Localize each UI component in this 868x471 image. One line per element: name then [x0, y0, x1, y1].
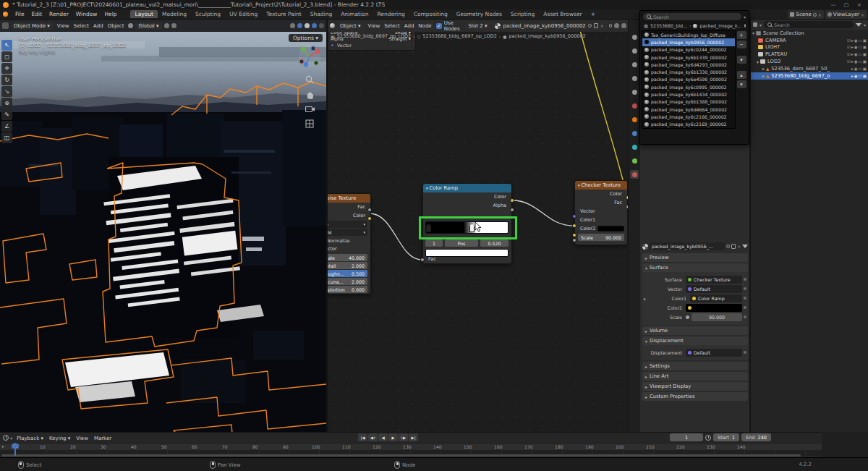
- hide-icon[interactable]: ◉: [854, 74, 858, 78]
- menu-file[interactable]: File: [12, 11, 28, 17]
- animate-dot-icon[interactable]: [744, 278, 746, 281]
- section-header-settings[interactable]: ▸Settings: [642, 362, 748, 370]
- material-list-item[interactable]: packed_image_ky6b1434_000002: [642, 90, 735, 98]
- checker-color2-swatch[interactable]: [597, 226, 624, 232]
- options-button[interactable]: Options ▾: [289, 34, 323, 42]
- ramp-alpha-socket[interactable]: [510, 208, 514, 212]
- material-list-item[interactable]: packed_image_ky6c0244_000002: [642, 46, 735, 54]
- selectable-icon[interactable]: ▸: [851, 59, 854, 64]
- section-header-volume[interactable]: ▸Volume: [642, 326, 748, 335]
- workspace-tab-animation[interactable]: Animation: [336, 10, 373, 18]
- viewport-icon[interactable]: ▭: [859, 74, 862, 78]
- checker-vector-socket[interactable]: [572, 214, 576, 218]
- move-down-button[interactable]: ▾: [737, 80, 746, 88]
- section-header-surface[interactable]: ▾Surface: [642, 263, 748, 272]
- xray-toggle-icon[interactable]: [297, 23, 302, 28]
- material-list-item[interactable]: packed_image_ky6b1388_000002: [642, 98, 735, 106]
- ramp-index-field[interactable]: 1: [425, 239, 443, 247]
- workspace-tab-modeling[interactable]: Modeling: [158, 10, 191, 18]
- material-list-item[interactable]: packed_image_ky6b1339_000002: [642, 54, 735, 61]
- animate-dot-icon[interactable]: [744, 297, 746, 300]
- chevron-down-icon[interactable]: ▾: [744, 14, 746, 20]
- section-header-custom-properties[interactable]: ▸Custom Properties: [642, 392, 748, 401]
- shader-type-icon[interactable]: [330, 23, 335, 28]
- axis-gizmo[interactable]: [297, 44, 322, 69]
- end-frame-field[interactable]: End240: [741, 433, 771, 441]
- timeline-menu-view[interactable]: View: [73, 436, 91, 441]
- workspace-tab-layout[interactable]: Layout: [130, 10, 158, 18]
- filter-funnel-icon[interactable]: [742, 245, 748, 248]
- current-frame-field[interactable]: 1: [670, 433, 703, 441]
- play-reverse-button[interactable]: ◀: [378, 433, 388, 441]
- render-icon[interactable]: ▣: [863, 67, 867, 71]
- properties-tab-object-data[interactable]: [630, 156, 639, 165]
- unlink-icon[interactable]: ×: [737, 244, 741, 249]
- fake-user-icon[interactable]: [588, 24, 592, 27]
- move-up-button[interactable]: ▴: [737, 71, 746, 79]
- material-list-item[interactable]: packed_image_ky6c2166_000002: [642, 113, 735, 120]
- selectable-icon[interactable]: ▸: [851, 67, 854, 71]
- breadcrumb-item[interactable]: 52353680_bldg_6697_op_LOD2: [422, 33, 497, 39]
- menu-edit[interactable]: Edit: [28, 11, 46, 17]
- copy-icon[interactable]: [731, 244, 736, 249]
- scene-selector[interactable]: Scene ×: [788, 10, 823, 19]
- property-value-vector[interactable]: Default: [686, 285, 742, 293]
- properties-tab-output[interactable]: [630, 60, 639, 69]
- shader-menu-view[interactable]: View: [366, 23, 383, 29]
- outliner-row-camera[interactable]: ▢CAMERA☑▸◉▭▣: [751, 37, 868, 44]
- material-list-item[interactable]: packed_image_ky6c0995_000002: [642, 83, 735, 90]
- section-header-line-art[interactable]: ▸Line Art: [642, 372, 748, 381]
- camera-view-icon[interactable]: [305, 106, 315, 113]
- workspace-tab-scripting[interactable]: Scripting: [506, 10, 539, 18]
- noise-fac-output[interactable]: Fac: [327, 203, 370, 211]
- hide-icon[interactable]: ◉: [854, 52, 858, 56]
- ramp-fac-socket[interactable]: [420, 258, 425, 262]
- menu-window[interactable]: Window: [72, 11, 101, 17]
- prev-keyframe-button[interactable]: ◀•: [368, 433, 378, 441]
- properties-tab-object[interactable]: [630, 115, 639, 124]
- workspace-tab-sculpting[interactable]: Sculpting: [191, 10, 225, 18]
- outliner-row-lod2[interactable]: ▾▢LOD2☑▸◉▭▣: [751, 58, 868, 65]
- jump-start-button[interactable]: |◀: [358, 433, 367, 441]
- proportional-edit-icon[interactable]: [171, 23, 176, 28]
- material-list-item[interactable]: packed_image_ky6c2169_000002: [642, 121, 735, 128]
- workspace-tab-texture-paint[interactable]: Texture Paint: [262, 10, 305, 18]
- noise-color-socket[interactable]: [367, 216, 372, 221]
- properties-tab-material[interactable]: [630, 170, 639, 179]
- add-material-button[interactable]: +: [737, 31, 746, 39]
- render-icon[interactable]: ▣: [863, 52, 867, 56]
- checker-fac-output[interactable]: Fac: [575, 198, 627, 207]
- noise-field-roughn[interactable]: Roughn...0.500: [327, 270, 367, 277]
- shader-menu-add[interactable]: Add: [402, 23, 417, 29]
- editor-type-icon[interactable]: [2, 22, 9, 29]
- ramp-alpha-output[interactable]: Alpha: [423, 201, 511, 210]
- ramp-color-socket[interactable]: [510, 198, 514, 203]
- start-frame-field[interactable]: Start1: [713, 433, 739, 441]
- render-icon[interactable]: ▣: [863, 38, 867, 43]
- breadcrumb-object[interactable]: 52353680_bld...: [650, 23, 687, 28]
- playhead[interactable]: [14, 443, 16, 456]
- tool-rotate[interactable]: ↻: [1, 75, 12, 85]
- pin-icon[interactable]: [609, 24, 612, 27]
- orientation-dropdown[interactable]: Global ▾: [135, 22, 161, 30]
- properties-tab-tool[interactable]: [630, 33, 639, 41]
- close-button[interactable]: ×: [854, 2, 865, 8]
- timeline[interactable]: ▾ Playback ▾Keying ▾ViewMarker |◀◀•◀▶•▶▶…: [0, 432, 822, 457]
- shader-menu-select[interactable]: Select: [382, 23, 402, 29]
- render-icon[interactable]: ▣: [863, 74, 867, 78]
- noise-field-distortion[interactable]: Distortion0.000: [327, 286, 367, 293]
- close-icon[interactable]: ×: [861, 12, 864, 17]
- viewport-icon[interactable]: ▭: [859, 52, 862, 56]
- shading-rendered-icon[interactable]: [319, 23, 324, 28]
- tool-transform[interactable]: ⊕: [1, 98, 12, 109]
- checker-scale-socket[interactable]: [572, 238, 576, 242]
- checker-color-socket[interactable]: [626, 195, 628, 200]
- shader-object-dropdown[interactable]: Object ▾: [337, 22, 364, 30]
- view-layer-selector[interactable]: ViewLayer ×: [825, 10, 867, 19]
- properties-tab-view-layer[interactable]: [630, 74, 639, 82]
- workspace-tab-uv-editing[interactable]: UV Editing: [225, 10, 262, 18]
- material-id-name[interactable]: packed_image_kyb0956_...: [650, 242, 725, 250]
- section-header-viewport-display[interactable]: ▸Viewport Display: [642, 382, 748, 391]
- timeline-menu-playback[interactable]: Playback ▾: [14, 436, 46, 441]
- close-icon[interactable]: ×: [818, 12, 822, 17]
